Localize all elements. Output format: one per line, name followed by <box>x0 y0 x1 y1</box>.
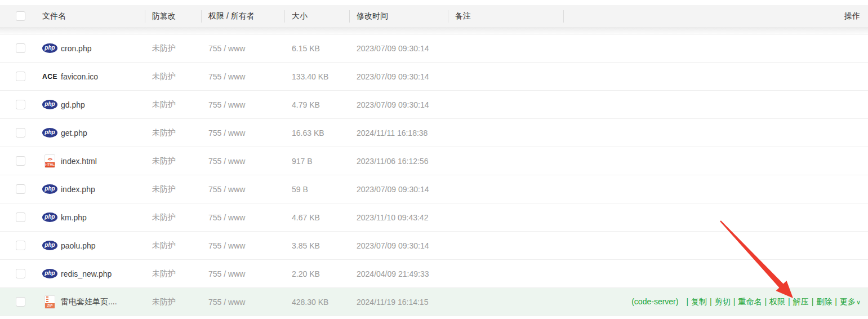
modified-time: 2023/07/09 09:30:14 <box>349 241 448 250</box>
file-name-cell[interactable]: <>HTML index.html <box>35 154 145 168</box>
header-checkbox-cell <box>0 5 35 27</box>
tamper-status: 未防护 <box>145 297 201 307</box>
tamper-status: 未防护 <box>145 269 201 279</box>
table-row[interactable]: ACE favicon.ico 未防护 755 / www 133.40 KB … <box>0 63 868 91</box>
row-checkbox-cell <box>0 269 35 278</box>
file-name[interactable]: km.php <box>61 213 87 222</box>
table-row[interactable]: php km.php 未防护 755 / www 4.67 KB 2023/11… <box>0 203 868 232</box>
file-name[interactable]: paolu.php <box>61 241 96 250</box>
row-checkbox[interactable] <box>16 43 25 53</box>
table-row[interactable]: php cron.php 未防护 755 / www 6.15 KB 2023/… <box>0 34 868 63</box>
row-checkbox-cell <box>0 184 35 194</box>
file-name-cell[interactable]: ACE favicon.ico <box>35 72 145 81</box>
modified-time: 2023/07/09 09:30:14 <box>349 72 448 81</box>
php-file-icon: php <box>42 43 57 53</box>
action-separator: | <box>731 297 738 306</box>
col-header-mtime[interactable]: 修改时间 <box>349 5 448 27</box>
file-icon-box: php <box>42 269 57 278</box>
modified-time: 2023/11/10 09:43:42 <box>349 213 448 222</box>
file-size: 2.20 KB <box>284 269 349 278</box>
col-header-mtime-label: 修改时间 <box>357 11 388 21</box>
modified-time: 2023/07/09 09:30:14 <box>349 44 448 53</box>
file-size: 3.85 KB <box>284 241 349 250</box>
file-name-cell[interactable]: php index.php <box>35 184 145 194</box>
row-checkbox[interactable] <box>16 241 25 250</box>
action-separator: | <box>686 297 691 306</box>
file-name[interactable]: get.php <box>61 129 87 138</box>
tamper-status: 未防护 <box>145 212 201 223</box>
file-name-cell[interactable]: php get.php <box>35 128 145 138</box>
row-checkbox[interactable] <box>16 72 25 81</box>
tamper-status: 未防护 <box>145 184 201 194</box>
file-name[interactable]: index.html <box>61 157 97 166</box>
permission-owner: 755 / www <box>201 157 284 166</box>
col-header-permission: 权限 / 所有者 <box>201 5 284 27</box>
modified-time: 2024/11/19 16:14:15 <box>349 298 448 307</box>
row-actions-cell: (code-server)|复制|剪切|重命名|权限|解压|删除|更多∨ <box>563 297 868 307</box>
php-file-icon: php <box>42 241 57 250</box>
file-icon-box: php <box>42 241 57 250</box>
file-name-cell[interactable]: ZIP 雷电套娃单页.... <box>35 295 145 309</box>
file-icon-box: php <box>42 128 57 138</box>
file-name[interactable]: 雷电套娃单页.... <box>61 297 117 307</box>
file-icon-box: php <box>42 43 57 53</box>
file-name-cell[interactable]: php gd.php <box>35 100 145 109</box>
row-checkbox[interactable] <box>16 100 25 109</box>
file-name[interactable]: favicon.ico <box>61 72 98 81</box>
file-name-cell[interactable]: php paolu.php <box>35 241 145 250</box>
permission-owner: 755 / www <box>201 213 284 222</box>
row-checkbox-cell <box>0 72 35 81</box>
action-2[interactable]: 剪切 <box>715 297 731 306</box>
row-checkbox[interactable] <box>16 184 25 194</box>
action-separator: | <box>707 297 715 306</box>
tamper-status: 未防护 <box>145 43 201 54</box>
table-row[interactable]: php paolu.php 未防护 755 / www 3.85 KB 2023… <box>0 232 868 260</box>
file-name[interactable]: index.php <box>61 185 95 194</box>
file-name-cell[interactable]: php redis_new.php <box>35 269 145 278</box>
file-size: 133.40 KB <box>284 72 349 81</box>
row-checkbox-cell <box>0 241 35 250</box>
permission-owner: 755 / www <box>201 269 284 278</box>
file-icon-box: ZIP <box>42 295 57 309</box>
php-file-icon: php <box>42 212 57 222</box>
table-row[interactable]: php get.php 未防护 755 / www 16.63 KB 2024/… <box>0 119 868 147</box>
table-row[interactable]: ZIP 雷电套娃单页.... 未防护 755 / www 428.30 KB 2… <box>0 288 868 316</box>
action-6[interactable]: 删除 <box>816 297 832 306</box>
file-icon-box: php <box>42 184 57 194</box>
modified-time: 2023/11/06 16:12:56 <box>349 157 448 166</box>
file-name-cell[interactable]: php cron.php <box>35 43 145 53</box>
html-band: HTML <box>45 162 55 167</box>
row-checkbox[interactable] <box>16 269 25 278</box>
action-3[interactable]: 重命名 <box>738 297 762 306</box>
file-name[interactable]: gd.php <box>61 100 85 109</box>
table-row[interactable]: php redis_new.php 未防护 755 / www 2.20 KB … <box>0 260 868 288</box>
col-header-filename[interactable]: 文件名 <box>35 5 145 27</box>
action-4[interactable]: 权限 <box>769 297 785 306</box>
file-name-cell[interactable]: php km.php <box>35 212 145 222</box>
col-header-size[interactable]: 大小 <box>284 5 349 27</box>
table-row[interactable]: php gd.php 未防护 755 / www 4.79 KB 2023/07… <box>0 91 868 119</box>
file-size: 4.67 KB <box>284 213 349 222</box>
row-checkbox-cell <box>0 43 35 53</box>
row-checkbox[interactable] <box>16 128 25 138</box>
table-row[interactable]: php index.php 未防护 755 / www 59 B 2023/07… <box>0 175 868 203</box>
tamper-status: 未防护 <box>145 100 201 110</box>
row-checkbox[interactable] <box>16 212 25 222</box>
tamper-status: 未防护 <box>145 241 201 251</box>
select-all-checkbox[interactable] <box>16 11 25 21</box>
action-1[interactable]: 复制 <box>691 297 707 306</box>
row-checkbox-cell <box>0 212 35 222</box>
action-separator: | <box>809 297 817 306</box>
file-size: 917 B <box>284 157 349 166</box>
permission-owner: 755 / www <box>201 129 284 138</box>
table-row[interactable]: <>HTML index.html 未防护 755 / www 917 B 20… <box>0 147 868 175</box>
row-checkbox-cell <box>0 297 35 307</box>
row-checkbox[interactable] <box>16 156 25 166</box>
action-7[interactable]: 更多 <box>840 297 856 306</box>
row-checkbox[interactable] <box>16 297 25 307</box>
zip-file-icon: ZIP <box>44 295 55 309</box>
action-5[interactable]: 解压 <box>793 297 809 306</box>
file-name[interactable]: redis_new.php <box>61 269 112 278</box>
file-name[interactable]: cron.php <box>61 44 91 53</box>
code-glyph: <> <box>48 157 52 162</box>
